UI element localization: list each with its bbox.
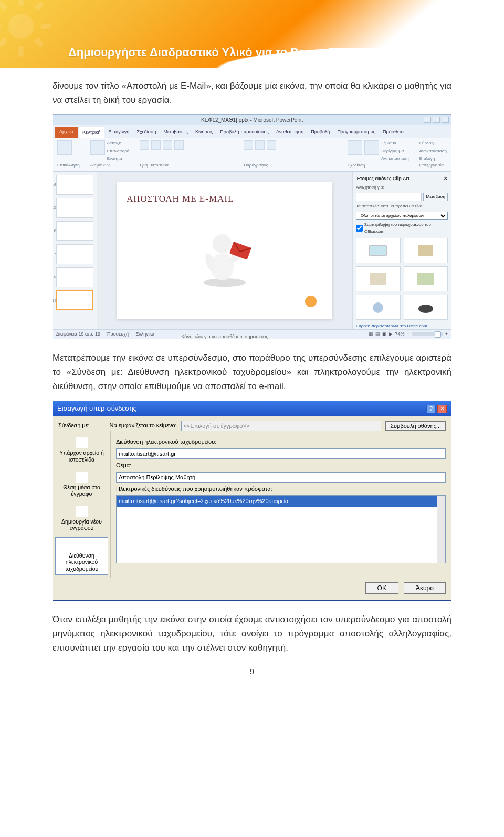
slide-thumb-15[interactable]: 15 (56, 198, 93, 218)
tab-transitions[interactable]: Μεταβάσεις (160, 127, 191, 138)
close-icon[interactable] (442, 117, 449, 123)
svg-point-19 (373, 302, 383, 313)
italic-icon[interactable] (151, 140, 161, 150)
ribbon-outline[interactable]: Περίγραμμα (381, 148, 408, 155)
close-icon[interactable]: ✕ (437, 405, 447, 413)
clipart-result[interactable] (356, 238, 401, 263)
link-to-new-doc[interactable]: Δημιουργία νέου εγγράφου (55, 503, 108, 534)
shapes-icon[interactable] (348, 140, 362, 155)
window-controls[interactable] (424, 117, 449, 123)
slide-title[interactable]: ΑΠΟΣΤΟΛΗ ΜΕ E-MAIL (127, 192, 323, 206)
view-sorter-icon[interactable]: ▤ (375, 330, 380, 338)
ribbon-effects[interactable]: Αντικατάσταση (381, 155, 408, 162)
underline-icon[interactable] (163, 140, 172, 150)
envelope-figure[interactable] (191, 226, 259, 289)
screen-tip-button[interactable]: Συμβουλή οθόνης... (385, 421, 446, 431)
tab-insert[interactable]: Εισαγωγή (106, 127, 133, 138)
page-banner: Δημιουργήστε Διαδραστικό Υλικό για το Po… (0, 0, 504, 68)
clipart-pane-title: Έτοιμες εικόνες Clip Art (356, 175, 410, 182)
ribbon-find[interactable]: Εύρεση (419, 140, 447, 147)
svg-rect-8 (0, 38, 8, 48)
slide-thumb-16[interactable]: 16 (56, 221, 93, 241)
results-note: Τα αποτελέσματα θα πρέπει να είναι: (356, 203, 448, 210)
ribbon-group-clipboard: Επικόλληση (57, 162, 80, 169)
banner-curve (0, 48, 504, 68)
ribbon-select[interactable]: Επιλογή (419, 155, 447, 162)
tab-home[interactable]: Κεντρική (79, 127, 104, 138)
zoom-slider[interactable] (412, 332, 443, 336)
ribbon-replace[interactable]: Αντικατάσταση (419, 148, 447, 155)
tab-developer[interactable]: Προγραμματισμός (334, 127, 379, 138)
view-reading-icon[interactable]: ▣ (382, 330, 387, 338)
recent-list[interactable]: mailto:itisart@itisart.gr?subject=Σχετικ… (116, 495, 446, 563)
tab-file[interactable]: Αρχείο (55, 127, 78, 138)
tab-slideshow[interactable]: Προβολή παρουσίασης (217, 127, 272, 138)
notes-placeholder[interactable]: Κάντε κλικ για να προσθέσετε σημειώσεις (97, 333, 352, 340)
align-icon[interactable] (244, 140, 253, 150)
dialog-title-bar: Εισαγωγή υπερ-σύνδεσης ? ✕ (53, 401, 451, 416)
ribbon-group-editing: Επεξεργασία (419, 162, 447, 169)
new-slide-icon[interactable] (90, 140, 105, 155)
slide-thumb-19[interactable]: 19 (56, 290, 93, 310)
maximize-icon[interactable] (433, 117, 440, 123)
clipart-search-input[interactable] (356, 193, 422, 201)
ok-button[interactable]: OK (365, 582, 398, 594)
font-size-icon[interactable] (174, 140, 184, 150)
clipart-result[interactable] (404, 295, 448, 320)
selection-handle[interactable] (305, 296, 317, 307)
subject-input[interactable] (116, 472, 446, 483)
bullets-icon[interactable] (255, 140, 265, 150)
svg-rect-16 (418, 245, 433, 256)
link-to-email[interactable]: Διεύθυνση ηλεκτρονικού ταχυδρομείου (55, 537, 108, 575)
svg-point-10 (213, 234, 232, 253)
numbering-icon[interactable] (267, 140, 276, 150)
slide-thumb-18[interactable]: 18 (56, 267, 93, 287)
recent-list-item[interactable]: mailto:itisart@itisart.gr?subject=Σχετικ… (117, 496, 445, 507)
link-to-place[interactable]: Θέση μέσα στο έγγραφο (55, 469, 108, 500)
close-pane-icon[interactable]: ✕ (444, 175, 448, 182)
media-types-select[interactable]: Όλοι οι τύποι αρχείων πολυμέσων (356, 212, 448, 220)
clipart-result[interactable] (404, 238, 448, 263)
clipart-go-button[interactable]: Μετάβαση (423, 193, 448, 201)
slide-canvas: ΑΠΟΣΤΟΛΗ ΜΕ E-MAIL (97, 172, 352, 329)
ribbon-group-drawing: Σχεδίαση (348, 162, 408, 169)
bookmark-icon (76, 472, 88, 483)
paste-icon[interactable] (57, 140, 72, 155)
slide-thumbnails-pane[interactable]: 14 15 16 17 18 19 (53, 172, 97, 329)
cancel-button[interactable]: Άκυρο (404, 582, 446, 594)
current-slide[interactable]: ΑΠΟΣΤΟΛΗ ΜΕ E-MAIL (117, 182, 332, 319)
tab-review[interactable]: Αναθεώρηση (273, 127, 307, 138)
slide-thumb-17[interactable]: 17 (56, 244, 93, 264)
ribbon-reset[interactable]: Επαναφορά (107, 148, 130, 155)
slide-thumb-14[interactable]: 14 (56, 175, 93, 195)
dialog-title: Εισαγωγή υπερ-σύνδεσης (57, 403, 136, 414)
svg-rect-5 (0, 1, 8, 11)
tab-view[interactable]: Προβολή (308, 127, 333, 138)
status-slide-count: Διαφάνεια 19 από 19 (56, 330, 100, 338)
clipart-result[interactable] (404, 266, 448, 291)
ppt-title-bar: ΚΕΦ12_ΜΑΘ1[.pptx - Microsoft PowerPoint (53, 115, 451, 125)
ribbon-fill[interactable]: Γέμισμα (381, 140, 408, 147)
bold-icon[interactable] (140, 140, 149, 150)
email-address-input[interactable] (116, 448, 446, 459)
view-slideshow-icon[interactable]: ▶ (389, 330, 393, 338)
subject-label: Θέμα: (116, 461, 446, 470)
ribbon-section[interactable]: Ενότητα (107, 155, 130, 162)
svg-rect-18 (417, 273, 434, 285)
ribbon-group-font: Γραμματοσειρά (140, 162, 233, 169)
include-office-checkbox[interactable]: Συμπερίληψη του περιεχομένου του Office.… (356, 222, 448, 235)
tab-animations[interactable]: Κινήσεις (192, 127, 216, 138)
tab-addins[interactable]: Πρόσθετα (380, 127, 407, 138)
arrange-icon[interactable] (364, 140, 379, 155)
clipart-result[interactable] (356, 266, 401, 291)
tab-design[interactable]: Σχεδίαση (133, 127, 159, 138)
clipart-result[interactable] (356, 295, 401, 320)
view-normal-icon[interactable]: ▦ (369, 330, 373, 338)
scrollbar[interactable] (437, 496, 445, 563)
help-icon[interactable]: ? (426, 405, 436, 413)
link-to-existing[interactable]: Υπάρχον αρχείο ή ιστοσελίδα (55, 434, 108, 465)
more-office-link[interactable]: Εύρεση περισσότερων στο Office.com (356, 323, 448, 329)
minimize-icon[interactable] (424, 117, 431, 123)
ribbon-layout[interactable]: Διάταξη (107, 140, 130, 147)
powerpoint-screenshot: ΚΕΦ12_ΜΑΘ1[.pptx - Microsoft PowerPoint … (52, 114, 452, 339)
